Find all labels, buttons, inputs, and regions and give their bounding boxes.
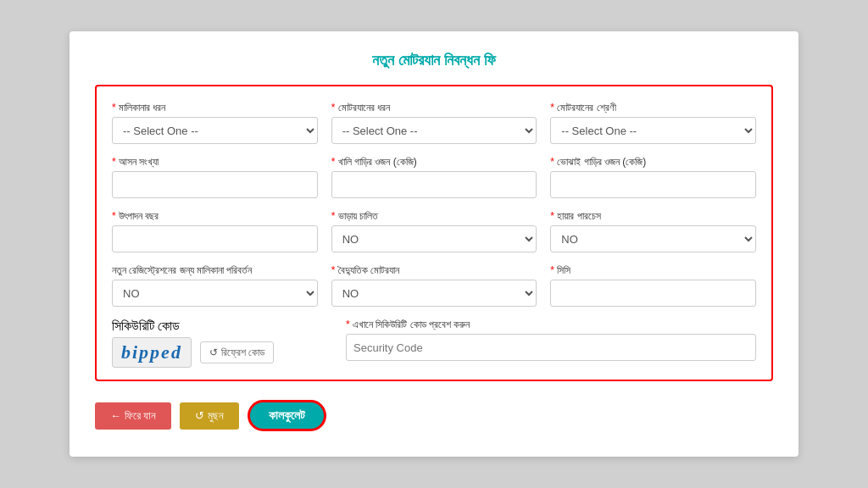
cc-label: * সিসি (550, 264, 756, 276)
empty-weight-group: * খালি গাড়ির ওজন (কেজি) (331, 156, 537, 198)
page-title: নতুন মোটরযান নিবন্ধন ফি (95, 52, 773, 69)
vehicle-type-label: * মোটরযানের ধরন (331, 102, 537, 114)
empty-weight-label: * খালি গাড়ির ওজন (কেজি) (331, 156, 537, 168)
reset-button[interactable]: ↺ মুছন (180, 402, 239, 430)
new-reg-ownership-label: নতুন রেজিস্ট্রেশনের জন্য মালিকানা পরিবর্… (112, 264, 318, 276)
page-container: নতুন মোটরযান নিবন্ধন ফি * মালিকানার ধরন … (70, 31, 798, 457)
new-reg-ownership-group: নতুন রেজিস্ট্রেশনের জন্য মালিকানা পরিবর্… (112, 264, 318, 307)
security-input-group: * এখানে সিকিউরিটি কোড প্রবেশ করুন (346, 319, 756, 368)
hire-driven-label: * ভাড়ায় চালিত (331, 210, 537, 222)
footer-buttons: ← ফিরে যান ↺ মুছন কালকুলেট (95, 400, 773, 431)
form-row-4: নতুন রেজিস্ট্রেশনের জন্য মালিকানা পরিবর্… (112, 264, 756, 307)
loaded-weight-input[interactable] (550, 171, 756, 198)
form-row-2: * আসন সংখ্যা * খালি গাড়ির ওজন (কেজি) * … (112, 156, 756, 198)
manufacture-year-input[interactable] (112, 225, 318, 252)
security-left: সিকিউরিটি কোড bipped ↺ রিফ্রেশ কোড (112, 319, 332, 368)
refresh-button[interactable]: ↺ রিফ্রেশ কোড (200, 341, 274, 363)
form-row-1: * মালিকানার ধরন -- Select One -- * মোটরয… (112, 102, 756, 144)
calculate-button[interactable]: কালকুলেট (248, 400, 326, 431)
electric-vehicle-group: * বৈদ্যুতিক মোটরযান NO YES (331, 264, 537, 307)
seat-count-label: * আসন সংখ্যা (112, 156, 318, 168)
vehicle-type-select[interactable]: -- Select One -- (331, 117, 537, 144)
back-button[interactable]: ← ফিরে যান (95, 402, 171, 430)
hire-purchase-select[interactable]: NO YES (550, 225, 756, 252)
cc-group: * সিসি (550, 264, 756, 307)
manufacture-year-group: * উৎপাদন বছর (112, 210, 318, 252)
form-row-3: * উৎপাদন বছর * ভাড়ায় চালিত NO YES * হ (112, 210, 756, 252)
vehicle-class-group: * মোটরযানের শ্রেণী -- Select One -- (550, 102, 756, 144)
captcha-image: bipped (112, 337, 192, 368)
vehicle-class-select[interactable]: -- Select One -- (550, 117, 756, 144)
security-code-label: সিকিউরিটি কোড (112, 319, 180, 333)
ownership-type-group: * মালিকানার ধরন -- Select One -- (112, 102, 318, 144)
new-reg-ownership-select[interactable]: NO YES (112, 280, 318, 307)
refresh-icon: ↺ (209, 347, 218, 358)
electric-vehicle-select[interactable]: NO YES (331, 280, 537, 307)
form-border: * মালিকানার ধরন -- Select One -- * মোটরয… (95, 85, 773, 381)
security-code-input[interactable] (346, 334, 756, 361)
security-input-label: * এখানে সিকিউরিটি কোড প্রবেশ করুন (346, 319, 756, 330)
ownership-type-label: * মালিকানার ধরন (112, 102, 318, 114)
hire-purchase-group: * হায়ার পারচেস NO YES (550, 210, 756, 252)
cc-input[interactable] (550, 280, 756, 307)
hire-purchase-label: * হায়ার পারচেস (550, 210, 756, 222)
vehicle-type-group: * মোটরযানের ধরন -- Select One -- (331, 102, 537, 144)
captcha-row: bipped ↺ রিফ্রেশ কোড (112, 337, 332, 368)
hire-driven-select[interactable]: NO YES (331, 225, 537, 252)
ownership-type-select[interactable]: -- Select One -- (112, 117, 318, 144)
loaded-weight-group: * ভোঝাই গাড়ির ওজন (কেজি) (550, 156, 756, 198)
hire-driven-group: * ভাড়ায় চালিত NO YES (331, 210, 537, 252)
security-section: সিকিউরিটি কোড bipped ↺ রিফ্রেশ কোড * এখা… (112, 319, 756, 368)
seat-count-group: * আসন সংখ্যা (112, 156, 318, 198)
seat-count-input[interactable] (112, 171, 318, 198)
electric-vehicle-label: * বৈদ্যুতিক মোটরযান (331, 264, 537, 276)
empty-weight-input[interactable] (331, 171, 537, 198)
vehicle-class-label: * মোটরযানের শ্রেণী (550, 102, 756, 114)
manufacture-year-label: * উৎপাদন বছর (112, 210, 318, 222)
loaded-weight-label: * ভোঝাই গাড়ির ওজন (কেজি) (550, 156, 756, 168)
